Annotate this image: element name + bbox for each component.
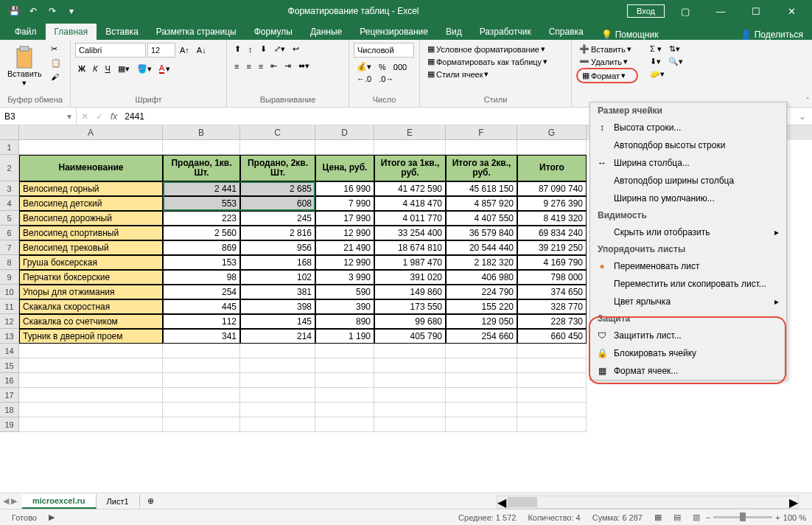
row-header[interactable]: 8 — [0, 255, 19, 270]
cell[interactable]: 245 — [240, 211, 315, 226]
qat-dropdown-icon[interactable]: ▾ — [63, 3, 80, 19]
menu-autofit-row[interactable]: Автоподбор высоты строки — [590, 136, 786, 154]
cell[interactable]: Велосипед горный — [19, 181, 163, 196]
underline-button[interactable]: Ч — [102, 63, 113, 74]
font-size[interactable] — [147, 43, 175, 58]
select-all-corner[interactable] — [0, 125, 19, 140]
cell[interactable]: 2 816 — [240, 226, 315, 240]
menu-col-width[interactable]: ↔Ширина столбца... — [590, 154, 786, 172]
column-header[interactable]: G — [517, 125, 587, 140]
view-break-icon[interactable]: ▥ — [687, 512, 706, 522]
cell[interactable] — [19, 417, 163, 432]
cell[interactable] — [315, 417, 374, 432]
cell[interactable]: Продано, 1кв. Шт. — [163, 155, 240, 181]
cell[interactable] — [517, 344, 587, 358]
cell[interactable]: 145 — [240, 314, 315, 329]
cell[interactable] — [240, 344, 315, 358]
cell[interactable]: 173 550 — [374, 299, 446, 314]
cell[interactable]: 9 276 390 — [517, 196, 587, 211]
tab-help[interactable]: Справка — [540, 24, 592, 40]
row-header[interactable]: 10 — [0, 285, 19, 299]
tab-formulas[interactable]: Формулы — [245, 24, 301, 40]
cell[interactable]: 69 834 240 — [517, 226, 587, 240]
cell[interactable] — [163, 358, 240, 373]
cell[interactable]: 869 — [163, 240, 240, 255]
cell[interactable]: 3 990 — [315, 270, 374, 285]
cell[interactable] — [446, 417, 517, 432]
column-header[interactable]: D — [315, 125, 374, 140]
cell[interactable] — [163, 403, 240, 417]
cell[interactable]: 228 730 — [517, 314, 587, 329]
menu-row-height[interactable]: ↕Высота строки... — [590, 119, 786, 136]
comma-icon[interactable]: 000 — [391, 61, 410, 73]
cell[interactable] — [315, 140, 374, 155]
row-header[interactable]: 3 — [0, 181, 19, 196]
indent-inc-icon[interactable]: ⇥ — [281, 60, 294, 72]
cell[interactable] — [19, 344, 163, 358]
cell[interactable]: Итого — [517, 155, 587, 181]
minimize-icon[interactable]: — — [706, 6, 735, 17]
cell[interactable]: 398 — [240, 299, 315, 314]
menu-hide-show[interactable]: Скрыть или отобразить▸ — [590, 223, 786, 241]
cell[interactable] — [240, 373, 315, 388]
cell[interactable]: Велосипед детский — [19, 196, 163, 211]
cell[interactable]: Скакалка со счетчиком — [19, 314, 163, 329]
cell[interactable] — [446, 140, 517, 155]
cell[interactable]: 129 050 — [446, 314, 517, 329]
cell[interactable]: Велосипед дорожный — [19, 211, 163, 226]
tab-layout[interactable]: Разметка страницы — [147, 24, 245, 40]
row-header[interactable]: 5 — [0, 211, 19, 226]
row-header[interactable]: 19 — [0, 417, 19, 432]
cell[interactable] — [374, 388, 446, 403]
menu-format-cells[interactable]: ▦Формат ячеек... — [590, 362, 786, 380]
row-header[interactable]: 13 — [0, 329, 19, 344]
cell[interactable] — [163, 417, 240, 432]
maximize-icon[interactable]: ☐ — [741, 6, 771, 17]
cell[interactable]: 149 860 — [374, 285, 446, 299]
expand-formula-icon[interactable]: ⌄ — [793, 111, 812, 122]
tab-view[interactable]: Вид — [437, 24, 471, 40]
cell[interactable] — [517, 403, 587, 417]
cell[interactable] — [19, 388, 163, 403]
cell[interactable]: 328 770 — [517, 299, 587, 314]
cell[interactable]: 87 090 740 — [517, 181, 587, 196]
cell[interactable]: 445 — [163, 299, 240, 314]
cell[interactable]: 12 990 — [315, 226, 374, 240]
cell[interactable]: 102 — [240, 270, 315, 285]
tab-file[interactable]: Файл — [6, 24, 46, 40]
shrink-font-icon[interactable]: A↓ — [194, 44, 209, 56]
cell[interactable] — [240, 388, 315, 403]
cell[interactable]: 341 — [163, 329, 240, 344]
cell[interactable]: 4 407 550 — [446, 211, 517, 226]
align-middle-icon[interactable]: ↕ — [245, 44, 256, 55]
menu-protect-sheet[interactable]: 🛡Защитить лист... — [590, 327, 786, 344]
number-format[interactable] — [354, 43, 414, 58]
cell[interactable] — [446, 358, 517, 373]
undo-icon[interactable]: ↶ — [25, 3, 41, 19]
row-header[interactable]: 15 — [0, 358, 19, 373]
cell[interactable]: 223 — [163, 211, 240, 226]
cell[interactable]: Груша боксерская — [19, 255, 163, 270]
align-bottom-icon[interactable]: ⬇ — [257, 43, 270, 55]
cell[interactable]: Турник в дверной проем — [19, 329, 163, 344]
wrap-text-icon[interactable]: ↩ — [290, 43, 302, 55]
cell[interactable]: 405 790 — [374, 329, 446, 344]
cell[interactable] — [446, 403, 517, 417]
cell[interactable] — [446, 388, 517, 403]
cell[interactable]: 406 980 — [446, 270, 517, 285]
find-icon[interactable]: 🔍▾ — [665, 55, 686, 68]
row-header[interactable]: 7 — [0, 240, 19, 255]
cell[interactable]: Итого за 1кв., руб. — [374, 155, 446, 181]
name-box[interactable]: B3▾ — [0, 108, 77, 125]
cancel-formula-icon[interactable]: ✕ — [81, 111, 88, 122]
new-sheet-icon[interactable]: ⊕ — [140, 496, 161, 506]
tell-me[interactable]: 💡Помощник — [592, 29, 668, 40]
cell[interactable]: 254 — [163, 285, 240, 299]
delete-cells[interactable]: ➖Удалить ▾ — [576, 55, 638, 68]
cell[interactable]: 2 441 — [163, 181, 240, 196]
column-header[interactable]: C — [240, 125, 315, 140]
sheet-tab-active[interactable]: microexcel.ru — [22, 494, 97, 509]
row-header[interactable]: 11 — [0, 299, 19, 314]
indent-dec-icon[interactable]: ⇤ — [267, 60, 280, 72]
italic-button[interactable]: К — [90, 63, 100, 74]
